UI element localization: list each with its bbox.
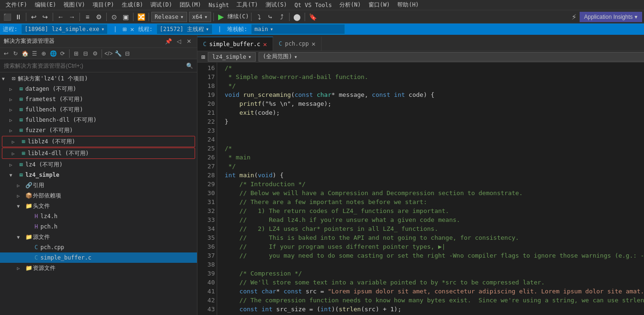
back-button[interactable]: ← bbox=[55, 12, 66, 22]
code-line[interactable]: // There are a few important notes befor… bbox=[225, 197, 644, 206]
sb-btn-1[interactable]: ↩ bbox=[2, 49, 10, 58]
code-line[interactable]: // If your program uses different pointe… bbox=[225, 242, 644, 251]
tree-item[interactable]: Cpch.cpp bbox=[0, 242, 197, 252]
tree-item[interactable]: Csimple_buffer.c bbox=[0, 252, 197, 263]
code-line[interactable]: void run_screaming(const char* message, … bbox=[225, 90, 644, 99]
code-line[interactable]: // 1) The return codes of LZ4_ functions… bbox=[225, 206, 644, 215]
code-line[interactable]: const int src_size = (int)(strlen(src) +… bbox=[225, 305, 644, 314]
menu-test[interactable]: 测试(S) bbox=[262, 0, 291, 10]
code-line[interactable]: // Below we will have a Compression and … bbox=[225, 189, 644, 197]
code-content[interactable]: /* * Simple show-error-and-bail function… bbox=[217, 63, 644, 315]
menu-edit[interactable]: 编辑(E) bbox=[31, 0, 60, 10]
code-line[interactable]: /* Compression */ bbox=[225, 269, 644, 278]
bookmark-button[interactable]: 🔖 bbox=[307, 12, 318, 22]
menu-nsight[interactable]: Nsight bbox=[205, 1, 233, 9]
tree-item[interactable]: ▷⊞lz4 (不可用) bbox=[0, 159, 197, 170]
sidebar-search-bar[interactable]: 🔍 bbox=[0, 59, 197, 72]
toolbar-btn-2[interactable]: ⚙ bbox=[94, 12, 104, 22]
sb-code-btn[interactable]: </> bbox=[104, 49, 113, 58]
tree-item[interactable]: ▼📁头文件 bbox=[0, 201, 197, 211]
file-nav-dropdown[interactable]: lz4_simple ▾ bbox=[208, 52, 255, 62]
editor-tab[interactable]: Csimple_buffer.c✕ bbox=[197, 37, 273, 51]
code-line[interactable]: */ bbox=[225, 162, 644, 171]
code-line[interactable]: // Read lz4.h if you're unsure what a gi… bbox=[225, 215, 644, 224]
tree-item[interactable]: ▼📁源文件 bbox=[0, 232, 197, 242]
toolbar-btn-3[interactable]: ⊙ bbox=[109, 12, 119, 22]
step-over-button[interactable]: ⤵ bbox=[254, 12, 264, 22]
tree-item[interactable]: ▷⊞fullbench-dll (不可用) bbox=[0, 115, 197, 125]
tree-item[interactable]: ▷🔗引用 bbox=[0, 180, 197, 190]
code-line[interactable]: /* bbox=[225, 144, 644, 153]
undo-button[interactable]: ↩ bbox=[29, 12, 39, 22]
code-line[interactable]: */ bbox=[225, 81, 644, 90]
code-line[interactable]: // We'll store some text into a variable… bbox=[225, 278, 644, 287]
code-line[interactable]: * Simple show-error-and-bail function. bbox=[225, 72, 644, 81]
toolbar-btn-1[interactable]: ≡ bbox=[82, 12, 93, 22]
tree-item[interactable]: ▷⊞datagen (不可用) bbox=[0, 84, 197, 94]
sb-wrench-btn[interactable]: 🔧 bbox=[114, 49, 122, 58]
code-line[interactable]: const char* const src = "Lorem ipsum dol… bbox=[225, 287, 644, 296]
step-out-button[interactable]: ⤴ bbox=[276, 12, 287, 22]
sb-btn-7[interactable]: ⟳ bbox=[58, 49, 67, 58]
code-line[interactable]: // This is baked into the API and not go… bbox=[225, 233, 644, 242]
code-line[interactable]: /* Introduction */ bbox=[225, 180, 644, 189]
process-dropdown[interactable]: [18968] lz4_simple.exe ▾ bbox=[21, 24, 108, 34]
tree-item[interactable]: ▼⊞lz4_simple bbox=[0, 170, 197, 180]
scope-nav-dropdown[interactable]: (全局范围) ▾ bbox=[259, 52, 644, 62]
code-line[interactable] bbox=[225, 135, 644, 144]
tree-item[interactable]: ▷⊞liblz4-dll (不可用) bbox=[2, 148, 195, 158]
code-line[interactable]: int main(void) { bbox=[225, 171, 644, 180]
sb-minus-btn[interactable]: ⊟ bbox=[123, 49, 132, 58]
code-line[interactable]: // you may need to do some casting or se… bbox=[225, 251, 644, 260]
tree-item[interactable]: ▷⊞frametest (不可用) bbox=[0, 94, 197, 104]
sidebar-search-input[interactable] bbox=[4, 63, 186, 69]
menu-qt[interactable]: Qt VS Tools bbox=[291, 1, 336, 9]
platform-dropdown[interactable]: x64 ▾ bbox=[189, 12, 211, 22]
tree-item[interactable]: Hpch.h bbox=[0, 221, 197, 232]
code-line[interactable]: // The compression function needs to kno… bbox=[225, 296, 644, 305]
code-line[interactable] bbox=[225, 260, 644, 269]
sb-btn-4[interactable]: ☰ bbox=[30, 49, 39, 58]
code-line[interactable]: printf("%s \n", message); bbox=[225, 99, 644, 108]
code-line[interactable]: exit(code); bbox=[225, 108, 644, 117]
step-into-button[interactable]: ⤷ bbox=[265, 12, 275, 22]
sb-btn-3[interactable]: 🏠 bbox=[21, 49, 29, 58]
toolbar-btn-5[interactable]: 🔀 bbox=[136, 12, 146, 22]
code-line[interactable] bbox=[225, 126, 644, 135]
menu-tools[interactable]: 工具(T) bbox=[233, 0, 262, 10]
pause-button[interactable]: ⏸ bbox=[13, 12, 24, 22]
sb-btn-6[interactable]: 🌐 bbox=[49, 49, 57, 58]
tab-close-button[interactable]: ✕ bbox=[312, 40, 315, 47]
menu-debug[interactable]: 调试(D) bbox=[147, 0, 176, 10]
tree-item[interactable]: ▷⊞fullbench (不可用) bbox=[0, 104, 197, 115]
menu-project[interactable]: 项目(P) bbox=[89, 0, 118, 10]
code-line[interactable]: // 2) LZ4 uses char* pointers in all LZ4… bbox=[225, 224, 644, 233]
tree-item[interactable]: ▷📦外部依赖项 bbox=[0, 190, 197, 201]
code-line[interactable]: } bbox=[225, 117, 644, 126]
menu-build[interactable]: 生成(B) bbox=[118, 0, 147, 10]
stack-dropdown[interactable]: main ▾ bbox=[251, 24, 345, 34]
close-sidebar-button[interactable]: ✕ bbox=[185, 37, 193, 46]
editor-tab[interactable]: Cpch.cpp✕ bbox=[273, 37, 322, 51]
continue-button[interactable]: ▶ bbox=[216, 12, 226, 21]
code-line[interactable]: * main bbox=[225, 153, 644, 162]
stop-button[interactable]: ⬛ bbox=[2, 12, 12, 22]
redo-button[interactable]: ↪ bbox=[40, 12, 50, 22]
pin-button[interactable]: 📌 bbox=[164, 37, 173, 46]
forward-button[interactable]: → bbox=[67, 12, 77, 22]
menu-window[interactable]: 窗口(W) bbox=[365, 0, 394, 10]
menu-team[interactable]: 团队(M) bbox=[176, 0, 205, 10]
toolbar-btn-4[interactable]: ▣ bbox=[120, 12, 131, 22]
sidebar-arrow-button[interactable]: ◁ bbox=[174, 37, 183, 46]
tree-item[interactable]: ▷⊞fuzzer (不可用) bbox=[0, 125, 197, 135]
tree-item[interactable]: ▼⊡解决方案'lz4'(1 个项目) bbox=[0, 73, 197, 84]
menu-analyze[interactable]: 分析(N) bbox=[336, 0, 365, 10]
sb-btn-9[interactable]: ⊟ bbox=[81, 49, 90, 58]
sb-btn-2[interactable]: ↻ bbox=[11, 49, 20, 58]
menu-file[interactable]: 文件(F) bbox=[2, 0, 31, 10]
menu-help[interactable]: 帮助(H) bbox=[393, 0, 423, 10]
sb-btn-10[interactable]: ⚙ bbox=[91, 49, 99, 58]
sb-btn-5[interactable]: ⊕ bbox=[39, 49, 48, 58]
menu-view[interactable]: 视图(V) bbox=[60, 0, 89, 10]
code-area[interactable]: 1617181920212223242526272829303132333435… bbox=[197, 63, 644, 315]
